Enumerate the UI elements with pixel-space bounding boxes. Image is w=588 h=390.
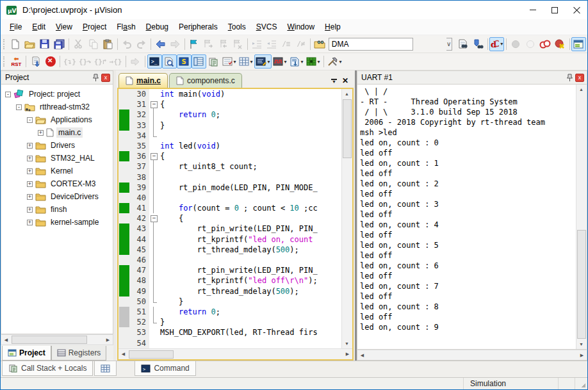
- command-window-button[interactable]: >_: [147, 54, 162, 69]
- code-line-47[interactable]: 47 rt_pin_write(LED_PIN, PIN_: [118, 265, 341, 275]
- paste-button[interactable]: [101, 37, 115, 51]
- expand-icon[interactable]: +: [27, 168, 33, 174]
- tree-item-devicedrivers[interactable]: +DeviceDrivers: [1, 190, 113, 203]
- code-line-39[interactable]: 39 rt_pin_mode(LED_PIN, PIN_MODE_: [118, 183, 341, 193]
- expand-icon[interactable]: +: [38, 130, 44, 136]
- serial-windows-button[interactable]: [254, 54, 272, 69]
- scroll-thumb[interactable]: [129, 350, 174, 359]
- scroll-left-icon[interactable]: ◀: [1, 335, 11, 345]
- code-line-30[interactable]: 30int main(void): [118, 89, 341, 99]
- symbol-window-button[interactable]: S: [177, 54, 192, 69]
- code-line-40[interactable]: 40: [118, 193, 341, 203]
- tab-components-c[interactable]: components.c: [169, 73, 242, 88]
- tree-item-applications[interactable]: -Applications: [1, 113, 113, 126]
- tree-item-drivers[interactable]: +Drivers: [1, 139, 113, 152]
- tab-memory-window[interactable]: [94, 361, 117, 376]
- unindent-button[interactable]: [264, 37, 279, 51]
- scroll-right-icon[interactable]: ▶: [343, 350, 352, 359]
- show-current-statement-button[interactable]: [128, 54, 143, 69]
- disassembly-window-button[interactable]: [162, 54, 177, 69]
- uart-hscrollbar[interactable]: ◀ ▶: [357, 350, 587, 361]
- collapse-icon[interactable]: -: [27, 117, 33, 123]
- project-window-button[interactable]: [571, 37, 586, 51]
- toolbar-grip[interactable]: [3, 56, 6, 67]
- code-line-32[interactable]: 32 return 0;: [118, 110, 341, 120]
- uart-vscrollbar[interactable]: ▲ ▼: [576, 85, 587, 349]
- prev-bookmark-button[interactable]: [216, 37, 231, 51]
- new-file-button[interactable]: [8, 37, 22, 51]
- scroll-down-icon[interactable]: ▼: [342, 339, 352, 348]
- close-document-icon[interactable]: ✕: [342, 76, 348, 85]
- indent-button[interactable]: [249, 37, 264, 51]
- code-line-43[interactable]: 43 rt_pin_write(LED_PIN, PIN_: [118, 223, 341, 234]
- tree-item-kernel-sample[interactable]: +kernel-sample: [1, 216, 113, 229]
- navigate-back-button[interactable]: [153, 37, 168, 51]
- run-to-cursor-button[interactable]: →{}: [108, 54, 124, 69]
- stop-button[interactable]: [43, 54, 58, 69]
- tree-item-finsh[interactable]: +finsh: [1, 203, 113, 216]
- menu-svcs[interactable]: SVCS: [251, 20, 282, 33]
- debug-tools-button[interactable]: [326, 54, 343, 69]
- tab-call-stack-locals[interactable]: Call Stack + Locals: [2, 361, 93, 376]
- tree-item-project-project[interactable]: -Project: project: [1, 88, 113, 101]
- tab-list-icon[interactable]: [331, 79, 337, 83]
- code-line-35[interactable]: 35int led(void): [118, 141, 341, 151]
- minimize-button[interactable]: [522, 1, 544, 19]
- uart-close-button[interactable]: x: [575, 73, 585, 83]
- find-text-button[interactable]: [456, 37, 471, 51]
- fold-collapse-icon[interactable]: [149, 151, 158, 161]
- uncomment-button[interactable]: /≠: [293, 37, 308, 51]
- maximize-button[interactable]: [544, 1, 566, 19]
- scroll-thumb[interactable]: [577, 230, 586, 339]
- memory-windows-button[interactable]: [238, 54, 254, 69]
- menu-tools[interactable]: Tools: [223, 20, 251, 33]
- code-line-44[interactable]: 44 rt_kprintf("led on, count: [118, 234, 341, 245]
- code-line-34[interactable]: 34: [118, 131, 341, 141]
- tree-item-stm32-hal[interactable]: +STM32_HAL: [1, 152, 113, 165]
- step-button[interactable]: {↴}: [62, 54, 78, 69]
- incremental-find-button[interactable]: [471, 37, 486, 51]
- fold-collapse-icon[interactable]: [149, 99, 158, 110]
- code-line-33[interactable]: 33}: [118, 120, 341, 131]
- run-button[interactable]: [28, 54, 43, 69]
- expand-icon[interactable]: +: [27, 207, 33, 213]
- scroll-left-icon[interactable]: ◀: [118, 350, 128, 359]
- disable-all-breakpoints-button[interactable]: [538, 37, 553, 51]
- menu-edit[interactable]: Edit: [27, 20, 51, 33]
- code-line-53[interactable]: 53MSH_CMD_EXPORT(led, RT-Thread firs: [118, 327, 341, 337]
- project-hscrollbar[interactable]: ◀ ▶: [1, 334, 113, 345]
- menu-flash[interactable]: Flash: [111, 20, 140, 33]
- clear-bookmarks-button[interactable]: [231, 37, 245, 51]
- menu-project[interactable]: Project: [78, 20, 111, 33]
- menu-file[interactable]: File: [4, 20, 27, 33]
- find-input[interactable]: [329, 38, 413, 51]
- next-bookmark-button[interactable]: [201, 37, 216, 51]
- project-close-button[interactable]: x: [101, 73, 111, 83]
- scroll-down-icon[interactable]: ▼: [576, 339, 586, 349]
- expand-icon[interactable]: +: [27, 181, 33, 187]
- tree-item-cortex-m3[interactable]: +CORTEX-M3: [1, 177, 113, 190]
- editor-vscrollbar[interactable]: ▲ ▼: [341, 89, 352, 348]
- resize-grip[interactable]: [575, 378, 587, 389]
- scroll-left-icon[interactable]: ◀: [357, 350, 367, 360]
- editor-hscrollbar[interactable]: ◀ ▶: [118, 348, 352, 359]
- save-all-button[interactable]: [52, 37, 67, 51]
- code-line-50[interactable]: 50 }: [118, 297, 341, 307]
- tab-main-c[interactable]: main.c: [118, 73, 168, 88]
- code-line-49[interactable]: 49 rt_thread_mdelay(500);: [118, 286, 341, 297]
- menu-view[interactable]: View: [51, 20, 78, 33]
- expand-icon[interactable]: +: [27, 220, 33, 225]
- uart-terminal[interactable]: \ | /- RT - Thread Operating System / | …: [357, 85, 576, 349]
- reset-button[interactable]: ⬅ RST: [9, 54, 24, 69]
- code-line-36[interactable]: 36{: [118, 151, 341, 161]
- step-out-button[interactable]: {}↱: [93, 54, 108, 69]
- collapse-icon[interactable]: -: [16, 104, 22, 110]
- find-in-files-button[interactable]: [313, 37, 327, 51]
- code-line-51[interactable]: 51 return 0;: [118, 307, 341, 317]
- tree-item-rtthread-stm32[interactable]: -rtthread-stm32: [1, 101, 113, 113]
- insert-breakpoint-button[interactable]: [509, 37, 523, 51]
- menu-debug[interactable]: Debug: [141, 20, 174, 33]
- code-line-38[interactable]: 38: [118, 172, 341, 183]
- code-line-48[interactable]: 48 rt_kprintf("led off\r\n");: [118, 275, 341, 286]
- scroll-thumb[interactable]: [343, 99, 352, 158]
